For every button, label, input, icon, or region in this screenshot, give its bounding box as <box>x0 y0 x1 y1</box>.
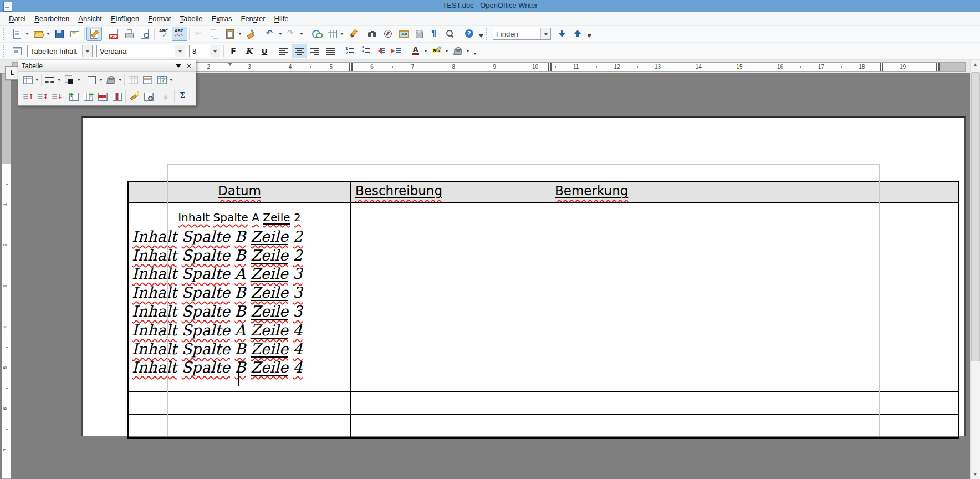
table-properties-button[interactable] <box>141 89 156 104</box>
line-style-dropdown[interactable] <box>57 73 62 86</box>
highlighting-button[interactable]: ab <box>429 44 445 58</box>
font-size-dropdown[interactable] <box>210 45 220 57</box>
paragraph-style-dropdown[interactable] <box>82 45 92 57</box>
new-document-button[interactable] <box>9 27 25 41</box>
scroll-up-icon[interactable]: ▲ <box>971 60 980 69</box>
menu-item-hilfe[interactable]: Hilfe <box>270 13 293 24</box>
increase-indent-button[interactable] <box>389 44 404 58</box>
font-name-select[interactable]: Verdana <box>96 45 185 57</box>
scroll-down-icon[interactable]: ▼ <box>971 470 980 479</box>
highlighting-dropdown[interactable] <box>445 44 450 58</box>
toolbar-menu-arrow-icon[interactable] <box>176 64 181 70</box>
table-cell-content[interactable]: Inhalt Spalte A Zeile 2Inhalt Spalte B Z… <box>129 203 351 392</box>
table-cell-empty[interactable] <box>550 392 879 415</box>
borders-dropdown[interactable] <box>99 73 104 86</box>
bullet-list-button[interactable]: • • <box>358 44 373 58</box>
center-vertical-button[interactable]: ≡ <box>35 89 49 104</box>
find-toolbar-overflow-button[interactable] <box>586 27 593 41</box>
find-input[interactable]: Finden <box>493 28 551 40</box>
decrease-indent-button[interactable] <box>373 44 389 58</box>
border-color-button[interactable] <box>62 73 76 87</box>
page-preview-button[interactable] <box>137 27 152 41</box>
background-color-button[interactable] <box>450 44 466 58</box>
styles-window-button[interactable] <box>9 44 25 58</box>
align-center-button[interactable] <box>292 44 307 58</box>
toolbar-overflow-button[interactable] <box>472 44 479 58</box>
format-paintbrush-button[interactable] <box>243 27 259 41</box>
table-cell-empty[interactable] <box>351 415 550 437</box>
align-right-button[interactable] <box>307 44 323 58</box>
navigator-button[interactable] <box>380 27 396 41</box>
justify-button[interactable] <box>323 44 338 58</box>
toolbar-grip[interactable] <box>3 45 7 57</box>
new-document-dropdown[interactable] <box>25 27 30 40</box>
table-cell-empty[interactable] <box>550 203 879 392</box>
vertical-scrollbar[interactable]: ▲ ▼ <box>970 60 980 479</box>
document-table[interactable]: DatumBeschreibungBemerkungInhalt Spalte … <box>127 181 959 439</box>
background-color-dropdown[interactable] <box>466 44 471 58</box>
find-previous-button[interactable] <box>570 27 585 41</box>
table-column-marker[interactable] <box>936 63 937 71</box>
close-icon[interactable]: × <box>186 62 192 70</box>
borders-button[interactable] <box>84 73 99 87</box>
menu-item-datei[interactable]: Datei <box>4 13 30 24</box>
menu-item-bearbeiten[interactable]: Bearbeiten <box>30 13 74 24</box>
save-button[interactable] <box>52 27 67 41</box>
paragraph-style-select[interactable]: Tabellen Inhalt <box>27 45 93 57</box>
paste-button[interactable] <box>222 27 238 41</box>
toolbar-overflow-button[interactable] <box>478 27 485 41</box>
align-left-button[interactable] <box>276 44 292 58</box>
table-column-marker[interactable] <box>349 63 350 71</box>
table-cell-empty[interactable] <box>351 203 550 392</box>
font-color-button[interactable]: A <box>408 44 423 58</box>
menu-item-extras[interactable]: Extras <box>207 13 237 24</box>
delete-column-button[interactable] <box>110 89 124 104</box>
find-replace-button[interactable] <box>365 27 380 41</box>
delete-row-button[interactable] <box>95 89 110 104</box>
table-cell-empty[interactable] <box>129 415 351 437</box>
tab-stop-selector[interactable]: L <box>5 66 19 80</box>
hyperlink-button[interactable] <box>309 27 324 41</box>
insert-column-button[interactable] <box>81 89 95 104</box>
insert-row-button[interactable] <box>67 89 81 104</box>
draw-functions-button[interactable] <box>345 27 361 41</box>
data-sources-button[interactable] <box>411 27 427 41</box>
font-color-dropdown[interactable] <box>423 44 429 58</box>
optimize-dropdown[interactable] <box>169 73 174 86</box>
table-cell-empty[interactable] <box>879 392 958 415</box>
table-cell-empty[interactable] <box>550 415 879 437</box>
find-toolbar-grip[interactable] <box>486 28 491 40</box>
auto-spellcheck-button[interactable]: ABC <box>172 27 187 41</box>
header-cell-bemerkung[interactable]: Bemerkung <box>550 182 879 203</box>
open-button[interactable] <box>30 27 46 41</box>
redo-dropdown[interactable] <box>299 27 305 40</box>
header-cell-empty[interactable] <box>879 182 958 203</box>
optimize-button[interactable] <box>155 73 169 87</box>
find-next-button[interactable] <box>554 27 570 41</box>
table-background-dropdown[interactable] <box>118 73 123 86</box>
formatting-marks-button[interactable]: ¶ <box>427 27 442 41</box>
underline-button[interactable]: U <box>257 44 272 58</box>
open-dropdown[interactable] <box>46 27 52 40</box>
print-button[interactable] <box>121 27 137 41</box>
table-column-marker[interactable] <box>880 63 881 71</box>
help-button[interactable]: ? <box>462 27 477 41</box>
italic-button[interactable]: K <box>241 44 257 58</box>
table-cell-empty[interactable] <box>129 392 351 415</box>
table-background-color-button[interactable] <box>104 73 118 87</box>
edit-mode-button[interactable] <box>86 27 102 41</box>
scrollbar-thumb[interactable] <box>971 72 980 361</box>
autoformat-button[interactable] <box>127 89 141 104</box>
insert-table-dropdown[interactable] <box>340 27 345 40</box>
header-cell-datum[interactable]: Datum <box>129 182 351 203</box>
font-size-select[interactable]: 8 <box>189 45 220 57</box>
line-style-button[interactable] <box>43 73 57 87</box>
font-name-dropdown[interactable] <box>175 45 185 57</box>
cut-button[interactable] <box>191 27 207 41</box>
export-pdf-button[interactable] <box>106 27 121 41</box>
menu-item-format[interactable]: Format <box>144 13 175 24</box>
title-bar[interactable]: TEST.doc - OpenOffice Writer <box>0 0 980 12</box>
split-cells-button[interactable] <box>140 73 155 87</box>
indent-marker[interactable] <box>228 63 232 68</box>
copy-button[interactable] <box>207 27 222 41</box>
